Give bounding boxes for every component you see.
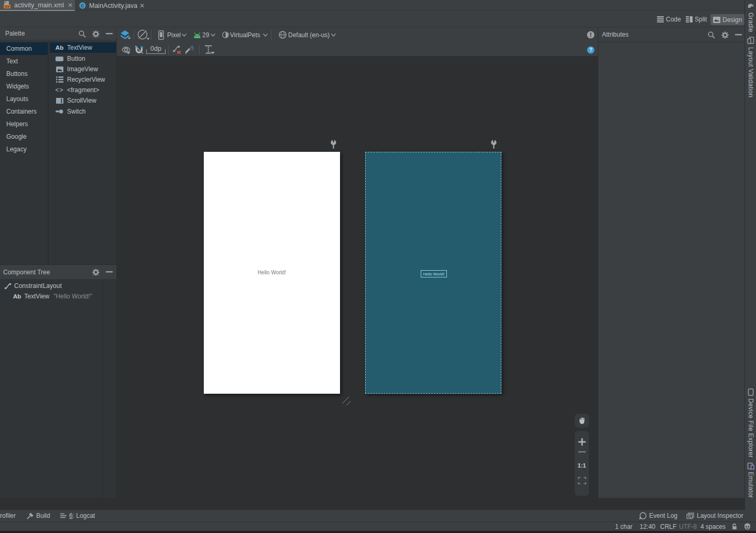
- svg-text:C: C: [81, 3, 84, 8]
- svg-text:<>: <>: [5, 4, 9, 9]
- svg-text:?: ?: [589, 47, 592, 53]
